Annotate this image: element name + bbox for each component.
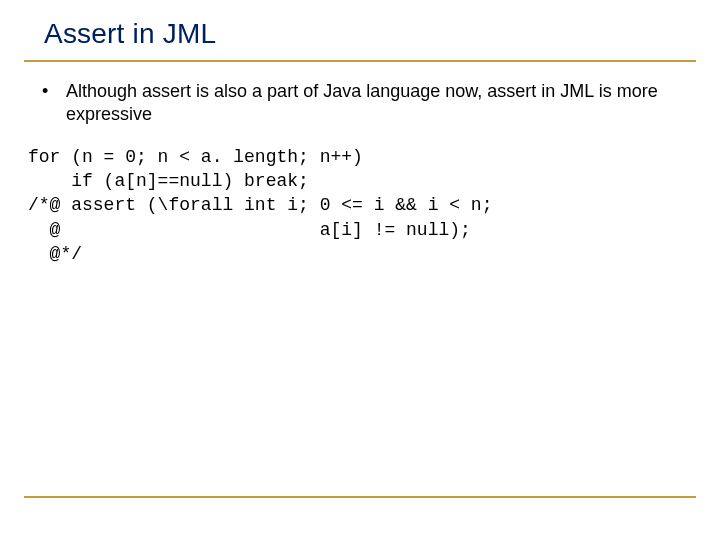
code-block: for (n = 0; n < a. length; n++) if (a[n]… — [28, 145, 684, 266]
code-line: for (n = 0; n < a. length; n++) — [28, 147, 363, 167]
title-block: Assert in JML — [0, 0, 720, 50]
body: Although assert is also a part of Java l… — [0, 62, 720, 266]
divider-bottom — [24, 496, 696, 498]
slide: Assert in JML Although assert is also a … — [0, 0, 720, 540]
code-line: @*/ — [28, 244, 82, 264]
code-line: /*@ assert (\forall int i; 0 <= i && i <… — [28, 195, 492, 215]
code-line: if (a[n]==null) break; — [28, 171, 309, 191]
code-line: @ a[i] != null); — [28, 220, 471, 240]
bullet-list: Although assert is also a part of Java l… — [36, 80, 684, 127]
slide-title: Assert in JML — [44, 18, 720, 50]
bullet-item: Although assert is also a part of Java l… — [60, 80, 684, 127]
